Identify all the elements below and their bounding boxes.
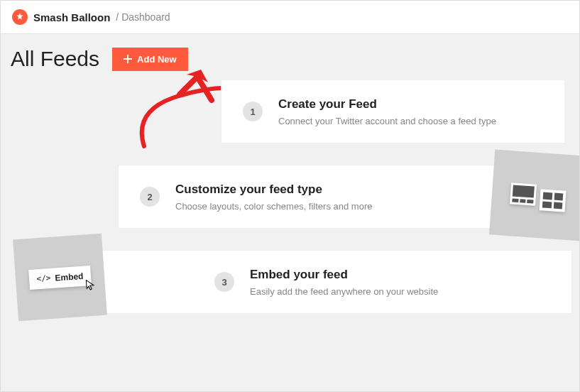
step-desc: Connect your Twitter account and choose … bbox=[278, 116, 496, 126]
brand-name: Smash Balloon bbox=[33, 11, 110, 23]
add-new-button[interactable]: Add New bbox=[112, 48, 188, 71]
header: Smash Balloon / Dashboard bbox=[1, 1, 579, 34]
cursor-icon bbox=[86, 278, 97, 293]
layout-illustration-icon bbox=[489, 150, 580, 241]
step-card-embed: </> Embed 3 Embed your feed Easily add t… bbox=[100, 250, 572, 314]
step-number: 1 bbox=[243, 102, 263, 121]
step-desc: Easily add the feed anywhere on your web… bbox=[250, 286, 438, 297]
title-row: All Feeds Add New bbox=[1, 34, 579, 84]
step-card-create: 1 Create your Feed Connect your Twitter … bbox=[221, 80, 565, 143]
step-title: Embed your feed bbox=[250, 268, 438, 282]
step-number: 2 bbox=[140, 187, 160, 207]
embed-chip-label: Embed bbox=[55, 271, 84, 283]
breadcrumb: / Dashboard bbox=[116, 11, 170, 23]
code-icon: </> bbox=[36, 273, 51, 283]
add-new-label: Add New bbox=[137, 54, 177, 65]
step-title: Create your Feed bbox=[278, 97, 496, 111]
step-desc: Choose layouts, color schemes, filters a… bbox=[175, 201, 372, 212]
embed-illustration-icon: </> Embed bbox=[13, 234, 107, 321]
page-title: All Feeds bbox=[11, 47, 99, 71]
plus-icon bbox=[124, 55, 132, 63]
step-title: Customize your feed type bbox=[175, 183, 372, 197]
step-number: 3 bbox=[214, 272, 234, 292]
step-card-customize: 2 Customize your feed type Choose layout… bbox=[118, 165, 572, 229]
brand-logo-icon bbox=[12, 9, 28, 25]
